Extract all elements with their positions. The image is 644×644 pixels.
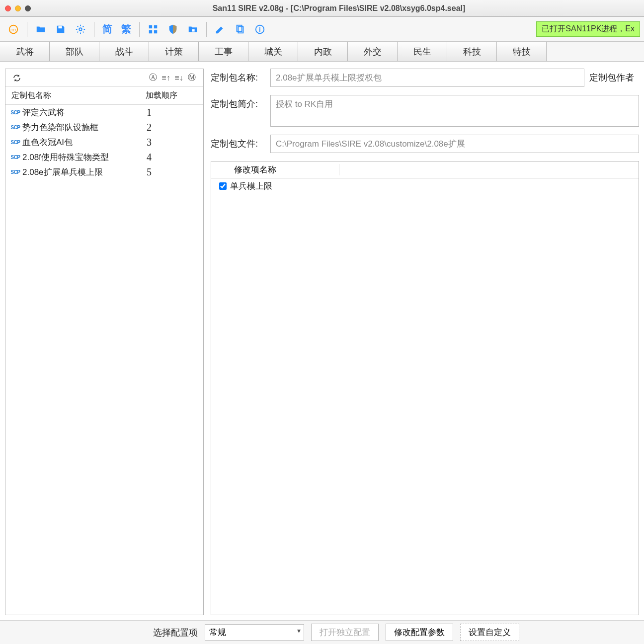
svg-rect-5	[154, 25, 157, 28]
tab-gate[interactable]: 城关	[248, 42, 298, 61]
sort-desc-icon[interactable]: ≡↓	[172, 72, 185, 84]
settings-gear-icon[interactable]	[71, 20, 90, 39]
minimize-window-icon[interactable]	[15, 5, 21, 11]
scp-icon: SCP	[8, 123, 22, 131]
main-toolbar: 311 简 繁 i 已打开SAN11PK进程，Ex	[0, 17, 644, 42]
package-list-pane: Ⓐ ≡↑ ≡↓ Ⓜ 定制包名称 加载顺序 SCP 评定六武将 1SCP 势力色染…	[5, 69, 204, 615]
tab-skill[interactable]: 特技	[497, 42, 547, 61]
input-package-name[interactable]: 2.08e扩展单兵模上限授权包	[270, 69, 584, 87]
tab-troops[interactable]: 部队	[50, 42, 99, 61]
tab-battle[interactable]: 战斗	[99, 42, 149, 61]
package-name: 血色衣冠AI包	[22, 137, 147, 148]
package-order: 1	[147, 107, 152, 118]
zoom-window-icon[interactable]	[25, 5, 31, 11]
svg-rect-4	[149, 25, 152, 28]
status-badge: 已打开SAN11PK进程，Ex	[536, 21, 640, 37]
package-order: 4	[147, 152, 152, 163]
label-package-name: 定制包名称:	[211, 69, 265, 83]
svg-rect-6	[149, 30, 152, 33]
info-icon[interactable]: i	[250, 20, 269, 39]
tab-strategy[interactable]: 计策	[149, 42, 199, 61]
modify-config-button[interactable]: 修改配置参数	[386, 624, 453, 641]
set-custom-button[interactable]: 设置自定义	[460, 624, 519, 641]
tab-construction[interactable]: 工事	[199, 42, 248, 61]
package-name: 2.08f使用特殊宝物类型	[22, 152, 147, 163]
window-title: San11 SIRE v2.08g - [C:\Program Files\SI…	[39, 4, 639, 13]
svg-rect-7	[154, 30, 157, 33]
traditional-chinese-button[interactable]: 繁	[117, 20, 135, 39]
table-row[interactable]: 单兵模上限	[211, 178, 639, 193]
svg-text:311: 311	[10, 27, 16, 32]
tab-interior[interactable]: 内政	[298, 42, 348, 61]
mod-name: 单兵模上限	[230, 180, 272, 192]
package-list[interactable]: SCP 评定六武将 1SCP 势力色染部队设施框 2SCP 血色衣冠AI包 3S…	[5, 105, 203, 615]
auto-icon[interactable]: Ⓐ	[147, 72, 160, 84]
save-icon[interactable]	[51, 20, 70, 39]
package-order: 3	[147, 137, 152, 148]
header-load-order: 加载顺序	[146, 90, 197, 101]
package-order: 5	[147, 166, 152, 178]
package-list-header: 定制包名称 加载顺序	[5, 87, 203, 105]
open-standalone-config-button[interactable]: 打开独立配置	[311, 624, 379, 641]
list-item[interactable]: SCP 评定六武将 1	[5, 105, 203, 120]
footer-bar: 选择配置项 常规 打开独立配置 修改配置参数 设置自定义	[0, 620, 644, 644]
list-item[interactable]: SCP 血色衣冠AI包 3	[5, 135, 203, 150]
refresh-icon[interactable]	[10, 72, 23, 84]
tab-welfare[interactable]: 民生	[398, 42, 447, 61]
simplified-chinese-button[interactable]: 简	[98, 20, 116, 39]
tab-generals[interactable]: 武将	[0, 42, 50, 61]
app-logo-icon[interactable]: 311	[4, 20, 23, 39]
header-package-name: 定制包名称	[11, 90, 146, 101]
mode-icon[interactable]: Ⓜ	[185, 72, 198, 84]
scp-icon: SCP	[8, 153, 22, 161]
lock-folder-icon[interactable]	[183, 20, 202, 39]
select-config[interactable]: 常规	[205, 624, 304, 641]
detail-pane: 定制包名称: 2.08e扩展单兵模上限授权包 定制包作者 定制包简介: 授权 t…	[211, 69, 639, 615]
sort-asc-icon[interactable]: ≡↑	[160, 72, 172, 84]
scp-icon: SCP	[8, 138, 22, 146]
grid-icon[interactable]	[144, 20, 162, 39]
input-package-desc[interactable]: 授权 to RK自用	[270, 95, 639, 127]
header-mod-name: 修改项名称	[230, 164, 339, 175]
svg-text:i: i	[259, 26, 260, 33]
scp-icon: SCP	[8, 168, 22, 176]
package-name: 势力色染部队设施框	[22, 122, 147, 133]
main-tabs: 武将 部队 战斗 计策 工事 城关 内政 外交 民生 科技 特技	[0, 42, 644, 62]
shield-icon[interactable]	[163, 20, 182, 39]
copy-icon[interactable]	[231, 20, 249, 39]
list-item[interactable]: SCP 2.08e扩展单兵模上限 5	[5, 164, 203, 179]
modification-table: 修改项名称 单兵模上限	[211, 161, 639, 615]
list-item[interactable]: SCP 势力色染部队设施框 2	[5, 120, 203, 135]
label-package-author: 定制包作者	[589, 69, 639, 83]
scp-icon: SCP	[8, 108, 22, 116]
package-list-toolbar: Ⓐ ≡↑ ≡↓ Ⓜ	[5, 69, 203, 87]
tab-diplomacy[interactable]: 外交	[348, 42, 398, 61]
label-select-config: 选择配置项	[153, 627, 198, 639]
tab-tech[interactable]: 科技	[447, 42, 497, 61]
titlebar: San11 SIRE v2.08g - [C:\Program Files\SI…	[0, 0, 644, 17]
input-package-file[interactable]: C:\Program Files\SIRE v2.08\customize\2.…	[270, 135, 639, 153]
mod-checkbox[interactable]	[215, 182, 230, 190]
window-controls	[5, 5, 31, 11]
package-name: 2.08e扩展单兵模上限	[22, 166, 147, 178]
package-name: 评定六武将	[22, 107, 147, 118]
list-item[interactable]: SCP 2.08f使用特殊宝物类型 4	[5, 150, 203, 164]
svg-point-3	[79, 28, 82, 31]
close-window-icon[interactable]	[5, 5, 11, 11]
edit-pencil-icon[interactable]	[211, 20, 230, 39]
svg-rect-2	[58, 26, 62, 28]
open-folder-icon[interactable]	[31, 20, 50, 39]
svg-rect-8	[192, 29, 195, 32]
label-package-desc: 定制包简介:	[211, 95, 265, 110]
package-order: 2	[147, 122, 152, 133]
label-package-file: 定制包文件:	[211, 135, 265, 150]
